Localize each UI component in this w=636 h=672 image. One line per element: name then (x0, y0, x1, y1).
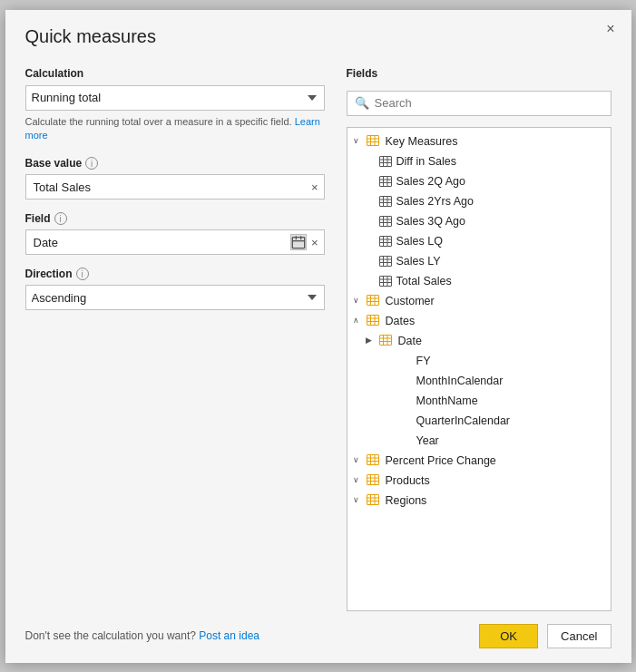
fields-tree[interactable]: ∨ Key Measures Diff in Sales Sales 2Q Ag… (347, 127, 612, 611)
tree-item-total-sales[interactable]: Total Sales (347, 271, 611, 291)
tree-item-label: MonthInCalendar (416, 375, 504, 387)
field-input: Date × (25, 229, 325, 255)
right-panel: Fields 🔍 ∨ Key Measures Diff in Sales (347, 67, 612, 611)
svg-rect-19 (379, 196, 391, 206)
tree-item-quarterincalendar[interactable]: QuarterInCalendar (347, 411, 611, 431)
tree-item-label: FY (416, 355, 431, 367)
chevron-icon: ∨ (353, 495, 364, 506)
chevron-icon: ∧ (353, 316, 364, 326)
measure-icon (379, 276, 392, 287)
calculation-hint: Calculate the running total over a measu… (25, 115, 325, 143)
footer-hint: Don't see the calculation you want? Post… (25, 629, 259, 642)
tree-item-monthincalendar[interactable]: MonthInCalendar (347, 371, 611, 391)
tree-item-diff-in-sales[interactable]: Diff in Sales (347, 151, 611, 171)
footer-buttons: OK Cancel (479, 624, 611, 648)
direction-label: Direction (25, 268, 73, 280)
tree-item-monthname[interactable]: MonthName (347, 391, 611, 411)
tree-item-label: Total Sales (396, 275, 452, 287)
field-label-row: Field i (25, 212, 325, 225)
tree-item-label: Customer (386, 295, 435, 307)
svg-rect-14 (379, 176, 391, 186)
tree-item-label: Date (398, 335, 422, 347)
measure-icon (379, 216, 392, 227)
left-panel: Calculation Running total Calculate the … (25, 67, 325, 611)
svg-rect-69 (367, 494, 378, 504)
calendar-icon (290, 234, 307, 250)
svg-rect-4 (367, 135, 378, 145)
direction-select[interactable]: Ascending Descending (25, 285, 325, 310)
table-icon (367, 135, 381, 148)
base-value-text: Total Sales (34, 180, 309, 194)
close-button[interactable]: × (601, 19, 620, 39)
table-icon (367, 454, 381, 467)
tree-item-date[interactable]: ▶ Date (347, 331, 611, 351)
svg-rect-29 (379, 236, 391, 246)
tree-item-label: Dates (386, 315, 416, 327)
base-value-label: Base value (25, 157, 83, 170)
title-bar: Quick measures × (5, 10, 631, 54)
chevron-icon: ∨ (353, 136, 364, 147)
table-icon (367, 474, 381, 487)
tree-item-key-measures[interactable]: ∨ Key Measures (347, 131, 611, 151)
svg-rect-54 (379, 335, 391, 345)
dialog-body: Calculation Running total Calculate the … (5, 54, 631, 611)
tree-item-year[interactable]: Year (347, 431, 611, 451)
base-value-clear-button[interactable]: × (309, 180, 320, 194)
table-icon (367, 295, 381, 307)
tree-item-regions[interactable]: ∨ Regions (347, 491, 611, 511)
tree-item-sales-2yrs-ago[interactable]: Sales 2Yrs Ago (347, 191, 611, 211)
svg-rect-9 (379, 156, 391, 166)
tree-item-label: Diff in Sales (396, 155, 456, 168)
tree-item-dates[interactable]: ∧ Dates (347, 311, 611, 331)
direction-label-row: Direction i (25, 268, 325, 280)
post-idea-link[interactable]: Post an idea (199, 629, 259, 642)
tree-item-sales-ly[interactable]: Sales LY (347, 251, 611, 271)
dialog-title: Quick measures (25, 26, 157, 47)
table-icon (379, 335, 394, 347)
tree-item-label: Percent Price Change (386, 454, 496, 467)
ok-button[interactable]: OK (479, 624, 538, 648)
quick-measures-dialog: Quick measures × Calculation Running tot… (5, 10, 631, 663)
tree-item-sales-lq[interactable]: Sales LQ (347, 231, 611, 251)
tree-item-label: Key Measures (386, 135, 458, 148)
svg-rect-44 (367, 295, 378, 305)
tree-item-sales-3q-ago[interactable]: Sales 3Q Ago (347, 211, 611, 231)
tree-item-label: Regions (386, 494, 427, 507)
tree-item-label: Sales 3Q Ago (396, 215, 465, 228)
svg-rect-0 (292, 238, 304, 248)
dialog-footer: Don't see the calculation you want? Post… (5, 611, 631, 663)
field-label: Field (25, 212, 51, 225)
table-icon (367, 494, 381, 507)
measure-icon (379, 156, 392, 167)
tree-item-fy[interactable]: FY (347, 351, 611, 371)
tree-item-label: Sales LQ (396, 235, 443, 248)
tree-item-label: QuarterInCalendar (416, 414, 511, 427)
tree-item-products[interactable]: ∨ Products (347, 471, 611, 491)
field-clear-button[interactable]: × (309, 236, 320, 249)
measure-icon (379, 176, 392, 187)
measure-icon (379, 196, 392, 207)
table-icon (367, 315, 381, 327)
svg-rect-59 (367, 454, 378, 464)
base-value-input: Total Sales × (25, 174, 325, 200)
chevron-icon: ∨ (353, 296, 364, 307)
tree-item-label: Sales 2Q Ago (396, 175, 465, 188)
calculation-select[interactable]: Running total (25, 85, 325, 111)
calculation-label: Calculation (25, 67, 325, 80)
tree-item-customer[interactable]: ∨ Customer (347, 291, 611, 311)
cancel-button[interactable]: Cancel (547, 624, 611, 648)
base-value-row: Base value i (25, 157, 325, 170)
fields-label: Fields (347, 67, 612, 80)
tree-item-label: Sales 2Yrs Ago (396, 195, 474, 208)
svg-rect-24 (379, 216, 391, 226)
tree-item-label: Products (386, 474, 430, 487)
tree-item-label: Sales LY (396, 255, 441, 268)
tree-item-percent-price-change[interactable]: ∨ Percent Price Change (347, 451, 611, 471)
search-input[interactable] (375, 96, 603, 110)
field-value-text: Date (34, 236, 290, 249)
base-value-info-icon: i (85, 157, 98, 170)
tree-item-label: MonthName (416, 394, 478, 407)
svg-rect-49 (367, 315, 378, 325)
search-box[interactable]: 🔍 (347, 91, 612, 116)
tree-item-sales-2q-ago[interactable]: Sales 2Q Ago (347, 171, 611, 191)
